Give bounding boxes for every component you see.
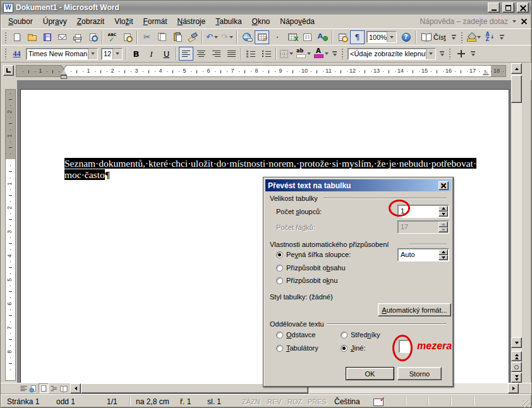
font-size-combo[interactable]: 12 xyxy=(101,48,123,60)
vertical-scrollbar-thumb[interactable] xyxy=(511,75,522,103)
scroll-up-button[interactable] xyxy=(511,63,522,74)
insert-table-icon[interactable] xyxy=(270,30,284,44)
underline-icon[interactable]: U xyxy=(159,47,174,61)
dialog-close-button[interactable] xyxy=(438,181,449,190)
dropdown-arrow-icon[interactable] xyxy=(387,32,396,42)
read-button[interactable]: Číst xyxy=(418,30,449,44)
spin-up-button[interactable] xyxy=(438,249,448,255)
menu-item-soubor[interactable]: Soubor xyxy=(3,15,38,28)
next-page-button[interactable] xyxy=(511,373,522,383)
open-folder-icon[interactable] xyxy=(25,30,39,44)
menu-item-tabulka[interactable]: Tabulka xyxy=(210,15,246,28)
normal-view-button[interactable] xyxy=(18,383,28,393)
bold-icon[interactable]: B xyxy=(129,47,143,61)
align-left-icon[interactable] xyxy=(179,47,193,61)
radio-autofit-contents[interactable]: Přizpůsobit obsahu xyxy=(276,264,346,274)
dropdown-arrow-icon[interactable] xyxy=(307,52,311,55)
research-icon[interactable] xyxy=(120,30,135,44)
menu-item-napoveda[interactable]: Nápověda xyxy=(275,15,320,28)
dropdown-arrow-icon[interactable] xyxy=(477,36,481,39)
outline-view-button[interactable] xyxy=(49,383,59,393)
radio-autofit-window[interactable]: Přizpůsobit oknu xyxy=(276,277,337,287)
radio-fixed-column-width[interactable]: Pevná šířka sloupce: xyxy=(276,251,351,261)
vertical-scrollbar[interactable] xyxy=(511,63,522,383)
undo-icon[interactable]: ↶ xyxy=(205,30,219,44)
highlight-icon[interactable] xyxy=(295,47,312,61)
cut-icon[interactable]: ✂ xyxy=(140,30,154,44)
scroll-left-button[interactable] xyxy=(70,383,81,393)
mail-merge-recipient-combo[interactable]: <Údaje zobrazíte klepnutím xyxy=(348,48,436,60)
columns-icon[interactable] xyxy=(300,30,315,44)
spelling-icon[interactable] xyxy=(105,30,119,44)
toolbar-grip[interactable] xyxy=(4,48,7,59)
vertical-ruler[interactable]: 2112345678 xyxy=(5,89,16,381)
reading-layout-button[interactable] xyxy=(59,383,69,393)
status-indicator-zázn[interactable]: ZÁZN xyxy=(242,398,260,405)
toolbar-grip[interactable] xyxy=(449,48,451,59)
dropdown-arrow-icon[interactable] xyxy=(229,36,233,39)
toolbar-options-button[interactable] xyxy=(469,47,477,61)
toolbar-grip[interactable] xyxy=(4,32,7,43)
dropdown-arrow-icon[interactable] xyxy=(289,52,293,55)
dialog-title-bar[interactable]: Převést text na tabulku xyxy=(265,179,451,191)
menu-item-zobrazit[interactable]: Zobrazit xyxy=(72,15,109,28)
close-button[interactable] xyxy=(517,3,529,13)
autoformat-button[interactable]: Automatický formát... xyxy=(378,303,451,316)
dropdown-arrow-icon[interactable] xyxy=(426,49,435,59)
email-icon[interactable] xyxy=(55,30,70,44)
spelling-status-icon[interactable] xyxy=(373,398,384,407)
toolbar-options-button[interactable] xyxy=(330,47,339,61)
toolbar-grip[interactable] xyxy=(461,32,463,43)
spin-down-button[interactable] xyxy=(438,212,448,217)
status-indicator-roz[interactable]: ROZ xyxy=(287,398,302,405)
scroll-down-button[interactable] xyxy=(511,337,522,348)
tables-and-borders-icon[interactable] xyxy=(255,30,269,44)
chevron-down-icon[interactable] xyxy=(512,20,516,23)
radio-tabs[interactable]: Tabulátory xyxy=(276,344,318,354)
spin-down-button[interactable] xyxy=(438,255,448,261)
dropdown-arrow-icon[interactable] xyxy=(88,49,97,59)
format-painter-icon[interactable] xyxy=(185,30,200,44)
dropdown-arrow-icon[interactable] xyxy=(325,52,329,55)
ok-button[interactable]: OK xyxy=(346,367,394,380)
styles-icon[interactable]: 44 xyxy=(9,47,24,61)
show-paragraph-icon[interactable]: ¶ xyxy=(350,30,365,44)
dropdown-arrow-icon[interactable] xyxy=(112,49,122,59)
align-right-icon[interactable] xyxy=(209,47,224,61)
tab-selector-icon[interactable] xyxy=(3,65,14,76)
menu-item-nastroje[interactable]: Nástroje xyxy=(172,15,211,28)
italic-icon[interactable]: I xyxy=(144,47,159,61)
horizontal-ruler[interactable]: 1234567891011121314151617118 xyxy=(16,65,506,77)
status-language[interactable]: Čeština xyxy=(334,397,360,406)
resize-grip[interactable] xyxy=(523,400,531,408)
radio-paragraphs[interactable]: Odstavce xyxy=(276,331,315,341)
dropdown-arrow-icon[interactable] xyxy=(214,36,218,39)
select-browse-object-button[interactable] xyxy=(511,362,522,372)
maximize-button[interactable] xyxy=(502,3,514,13)
redo-icon[interactable]: ↷ xyxy=(220,30,234,44)
menu-item-upravy[interactable]: Úpravy xyxy=(38,15,72,28)
insert-hyperlink-icon[interactable] xyxy=(239,30,254,44)
cancel-button[interactable]: Storno xyxy=(397,367,442,380)
paste-icon[interactable] xyxy=(170,30,184,44)
toolbar-options-button[interactable] xyxy=(498,30,506,44)
help-icon[interactable] xyxy=(399,30,413,44)
help-question-box[interactable]: Nápověda – zadejte dotaz xyxy=(420,17,520,26)
scroll-right-button[interactable] xyxy=(508,383,519,393)
justify-icon[interactable] xyxy=(224,47,239,61)
toolbar-options-button[interactable] xyxy=(450,30,458,44)
toolbar-options-button[interactable] xyxy=(438,47,446,61)
status-indicator-přes[interactable]: PŘES xyxy=(308,398,327,405)
bullets-icon[interactable] xyxy=(259,47,274,61)
copy-icon[interactable] xyxy=(155,30,169,44)
print-layout-view-button[interactable] xyxy=(39,383,49,393)
font-color-icon[interactable] xyxy=(313,47,330,61)
insert-frame-icon[interactable] xyxy=(454,47,468,61)
close-document-button[interactable] xyxy=(520,18,529,26)
status-indicator-rev[interactable]: REV xyxy=(267,398,282,405)
spin-up-button[interactable] xyxy=(438,206,448,212)
fixed-width-value[interactable]: Auto xyxy=(401,251,415,258)
web-layout-view-button[interactable] xyxy=(28,383,39,393)
previous-page-button[interactable] xyxy=(511,351,522,361)
menu-item-vlozit[interactable]: Vložit xyxy=(109,15,138,28)
